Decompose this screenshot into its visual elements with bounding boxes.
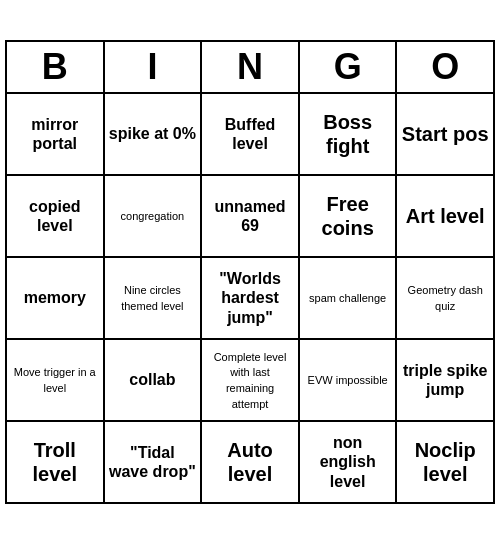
bingo-cell: Geometry dash quiz [396, 257, 494, 339]
bingo-header-letter: G [299, 41, 396, 93]
cell-text: EVW impossible [308, 374, 388, 386]
cell-text: mirror portal [31, 116, 78, 152]
bingo-cell: congregation [104, 175, 202, 257]
cell-text: Troll level [33, 439, 77, 485]
bingo-cell: Boss fight [299, 93, 396, 175]
cell-text: collab [129, 371, 175, 388]
cell-text: "Tidal wave drop" [109, 444, 196, 480]
cell-text: non english level [320, 434, 376, 489]
bingo-header-letter: O [396, 41, 494, 93]
cell-text: Noclip level [415, 439, 476, 485]
cell-text: congregation [121, 210, 185, 222]
bingo-row: Troll level"Tidal wave drop"Auto levelno… [6, 421, 494, 503]
bingo-row: memoryNine circles themed level"Worlds h… [6, 257, 494, 339]
bingo-cell: Auto level [201, 421, 299, 503]
bingo-cell: Move trigger in a level [6, 339, 104, 421]
cell-text: memory [24, 289, 86, 306]
bingo-cell: triple spike jump [396, 339, 494, 421]
bingo-cell: "Tidal wave drop" [104, 421, 202, 503]
cell-text: Art level [406, 205, 485, 227]
cell-text: "Worlds hardest jump" [219, 270, 281, 325]
bingo-cell: Free coins [299, 175, 396, 257]
bingo-cell: mirror portal [6, 93, 104, 175]
cell-text: spike at 0% [109, 125, 196, 142]
cell-text: copied level [29, 198, 81, 234]
bingo-cell: Noclip level [396, 421, 494, 503]
bingo-cell: Nine circles themed level [104, 257, 202, 339]
cell-text: Geometry dash quiz [408, 284, 483, 312]
bingo-cell: Buffed level [201, 93, 299, 175]
cell-text: Free coins [322, 193, 374, 239]
bingo-cell: EVW impossible [299, 339, 396, 421]
bingo-cell: spike at 0% [104, 93, 202, 175]
bingo-cell: Troll level [6, 421, 104, 503]
bingo-cell: spam challenge [299, 257, 396, 339]
cell-text: Auto level [227, 439, 273, 485]
bingo-row: mirror portalspike at 0%Buffed levelBoss… [6, 93, 494, 175]
cell-text: triple spike jump [403, 362, 487, 398]
bingo-cell: unnamed 69 [201, 175, 299, 257]
bingo-cell: non english level [299, 421, 396, 503]
cell-text: Buffed level [225, 116, 276, 152]
bingo-header-letter: B [6, 41, 104, 93]
bingo-cell: collab [104, 339, 202, 421]
bingo-cell: Art level [396, 175, 494, 257]
cell-text: Boss fight [323, 111, 372, 157]
cell-text: Nine circles themed level [121, 284, 183, 312]
bingo-row: copied levelcongregationunnamed 69Free c… [6, 175, 494, 257]
bingo-cell: copied level [6, 175, 104, 257]
cell-text: Move trigger in a level [14, 366, 96, 394]
bingo-row: Move trigger in a levelcollabComplete le… [6, 339, 494, 421]
bingo-cell: memory [6, 257, 104, 339]
bingo-cell: Complete level with last remaining attem… [201, 339, 299, 421]
cell-text: Complete level with last remaining attem… [214, 351, 287, 410]
cell-text: spam challenge [309, 292, 386, 304]
cell-text: Start pos [402, 123, 489, 145]
bingo-cell: Start pos [396, 93, 494, 175]
bingo-cell: "Worlds hardest jump" [201, 257, 299, 339]
bingo-header: BINGO [6, 41, 494, 93]
cell-text: unnamed 69 [214, 198, 285, 234]
bingo-header-letter: I [104, 41, 202, 93]
bingo-header-letter: N [201, 41, 299, 93]
bingo-card: BINGO mirror portalspike at 0%Buffed lev… [5, 40, 495, 504]
